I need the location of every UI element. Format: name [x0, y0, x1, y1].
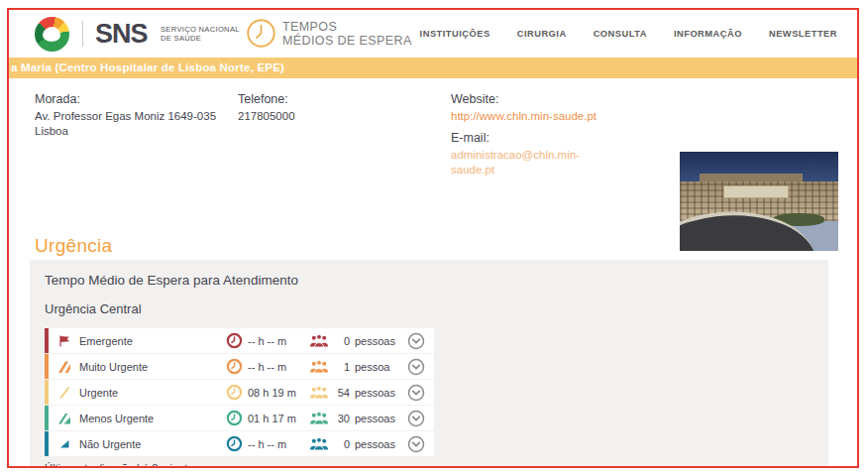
muito-urgente-stripes-icon — [57, 360, 71, 374]
people-count-number: 0 — [334, 438, 350, 450]
people-count-unit: pessoa — [355, 361, 389, 373]
people-icon — [309, 385, 329, 400]
app-title-line1: TEMPOS — [282, 20, 412, 34]
expand-chevron-icon[interactable] — [407, 410, 425, 427]
clock-icon — [226, 332, 243, 349]
menos-urgente-stripe-triangle-icon — [57, 412, 71, 425]
app-title: TEMPOS MÉDIOS DE ESPERA — [282, 20, 412, 48]
triage-level-label: Urgente — [79, 387, 226, 399]
panel-subtitle: Urgência Central — [45, 301, 828, 316]
clock-icon — [226, 358, 243, 375]
main-nav: INSTITUIÇÕESCIRURGIACONSULTAINFORMAÇÃONE… — [420, 10, 837, 58]
screenshot-border: SNS SERVIÇO NACIONAL DE SAÚDE TEMPOS MÉD… — [7, 8, 859, 468]
triage-level-label: Menos Urgente — [79, 413, 226, 424]
people-count-number: 30 — [334, 413, 350, 424]
clock-logo-icon — [246, 18, 276, 49]
emergente-flag-icon — [57, 334, 71, 348]
people-icon — [309, 359, 329, 374]
website-label: Website: — [451, 92, 607, 106]
header: SNS SERVIÇO NACIONAL DE SAÚDE TEMPOS MÉD… — [9, 10, 857, 58]
triage-rows: Emergente -- h -- m 0 pessoas Muito Urge… — [45, 328, 434, 456]
triage-level-label: Emergente — [79, 335, 226, 347]
clock-icon — [226, 410, 243, 426]
address-block: Morada: Av. Professor Egas Moniz 1649-03… — [35, 92, 231, 139]
people-count-unit: pessoas — [355, 413, 395, 424]
hospital-photo — [680, 152, 838, 251]
phone-block: Telefone: 217805000 — [238, 92, 386, 124]
sns-subtitle-line1: SERVIÇO NACIONAL — [161, 25, 240, 34]
clock-icon — [226, 435, 243, 452]
people-count-number: 0 — [334, 335, 350, 347]
people-count-number: 54 — [334, 387, 350, 399]
people-count-unit: pessoas — [355, 438, 395, 450]
row-nao-urgente: Não Urgente -- h -- m 0 pessoas — [45, 431, 434, 456]
hospital-info-section: Morada: Av. Professor Egas Moniz 1649-03… — [9, 78, 857, 235]
row-urgente: Urgente 08 h 19 m 54 pessoas — [45, 380, 434, 405]
expand-chevron-icon[interactable] — [407, 332, 425, 350]
email-label: E-mail: — [451, 131, 607, 145]
panel-title: Tempo Médio de Espera para Atendimento — [45, 273, 828, 288]
people-count-unit: pessoas — [355, 335, 395, 347]
people-icon — [309, 436, 329, 451]
website-link[interactable]: http://www.chln.min-saude.pt — [451, 109, 607, 124]
expand-chevron-icon[interactable] — [407, 358, 425, 376]
row-muito-urgente: Muito Urgente -- h -- m 1 pessoa — [45, 354, 434, 379]
nav-consulta[interactable]: CONSULTA — [594, 29, 647, 39]
address-label: Morada: — [35, 92, 231, 106]
last-update-text: Última atualização há 8 minutos — [45, 462, 828, 468]
clock-icon — [226, 384, 243, 401]
nav-newsletter[interactable]: NEWSLETTER — [769, 29, 837, 39]
people-count-unit: pessoas — [355, 387, 395, 399]
nav-cirurgia[interactable]: CIRURGIA — [517, 29, 567, 39]
nav-informacao[interactable]: INFORMAÇÃO — [674, 29, 742, 39]
wait-time-value: -- h -- m — [248, 361, 309, 373]
nao-urgente-triangle-icon — [57, 437, 71, 451]
hospital-name-banner: a Maria (Centro Hospitalar de Lisboa Nor… — [9, 58, 857, 78]
row-emergente: Emergente -- h -- m 0 pessoas — [45, 328, 434, 353]
phone-label: Telefone: — [238, 92, 386, 106]
people-count: 1 pessoa — [334, 361, 407, 373]
email-link[interactable]: administracao@chln.min-saude.pt — [451, 148, 607, 178]
app-title-line2: MÉDIOS DE ESPERA — [282, 34, 412, 48]
urgente-stripe-icon — [57, 386, 71, 400]
sns-logo-text: SNS — [95, 19, 148, 50]
wait-time-value: -- h -- m — [248, 438, 309, 450]
people-count: 30 pessoas — [334, 413, 407, 424]
sns-logo-icon — [35, 17, 69, 52]
urgencia-panel: Tempo Médio de Espera para Atendimento U… — [30, 260, 828, 468]
web-contact-block: Website: http://www.chln.min-saude.pt E-… — [451, 92, 607, 178]
triage-level-label: Não Urgente — [79, 438, 226, 450]
nav-instituicoes[interactable]: INSTITUIÇÕES — [420, 29, 490, 39]
people-count-number: 1 — [334, 361, 350, 373]
people-icon — [309, 333, 329, 348]
row-menos-urgente: Menos Urgente 01 h 17 m 30 pessoas — [45, 406, 434, 430]
people-count: 0 pessoas — [334, 438, 407, 450]
people-count: 54 pessoas — [334, 387, 407, 399]
expand-chevron-icon[interactable] — [407, 384, 425, 402]
logo-divider — [82, 21, 83, 47]
wait-time-value: 08 h 19 m — [248, 387, 309, 399]
sns-subtitle-line2: DE SAÚDE — [161, 34, 240, 43]
sns-logo-subtitle: SERVIÇO NACIONAL DE SAÚDE — [161, 25, 240, 43]
address-value: Av. Professor Egas Moniz 1649-035 Lisboa — [35, 109, 231, 139]
wait-time-value: -- h -- m — [248, 335, 309, 347]
phone-value: 217805000 — [238, 109, 386, 124]
wait-time-value: 01 h 17 m — [248, 413, 309, 424]
people-icon — [309, 411, 329, 425]
expand-chevron-icon[interactable] — [407, 435, 425, 453]
urgencia-section-title: Urgência — [35, 235, 112, 257]
photo-building-banner — [723, 185, 789, 198]
people-count: 0 pessoas — [334, 335, 407, 347]
triage-level-label: Muito Urgente — [79, 361, 226, 373]
